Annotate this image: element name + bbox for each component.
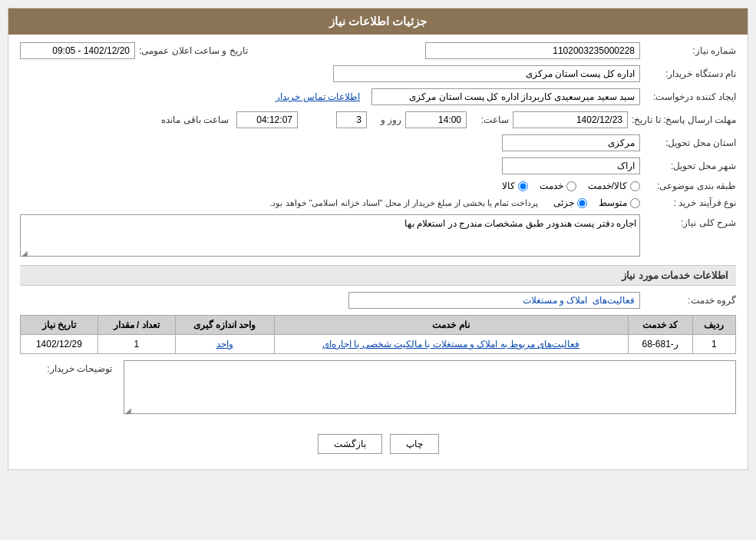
resize-handle: ◢ (21, 249, 28, 257)
row-city: شهر محل تحویل: (20, 157, 736, 174)
deadline-remaining-label: ساعت باقی مانده (161, 114, 229, 125)
back-button[interactable]: بازگشت (318, 434, 382, 454)
page-wrapper: جزئیات اطلاعات نیاز شماره نیاز: تاریخ و … (0, 0, 756, 540)
contact-link[interactable]: اطلاعات تماس خریدار (276, 91, 360, 102)
buttons-row: چاپ بازگشت (20, 422, 736, 462)
category-service-label: خدمت (540, 181, 563, 191)
cell-row-num: 1 (692, 335, 735, 354)
category-service-option: خدمت (540, 181, 576, 191)
category-goods-service-label: کالا/خدمت (588, 181, 627, 191)
province-label: استان محل تحویل: (644, 137, 736, 148)
purchase-partial-label: جزئی (553, 197, 574, 208)
col-header-row: ردیف (692, 316, 735, 335)
col-header-date: تاریخ نیاز (21, 316, 98, 335)
purchase-notice: پرداخت تمام یا بخشی از مبلغ خریدار از مح… (269, 198, 538, 208)
category-goods-option: کالا (502, 181, 528, 191)
date-input[interactable] (20, 42, 135, 59)
category-label: طبقه بندی موضوعی: (644, 181, 736, 191)
creator-input[interactable] (371, 88, 640, 105)
row-purchase-type: نوع فرآیند خرید : متوسط جزئی پرداخت تمام… (20, 197, 736, 208)
deadline-time-label: ساعت: (470, 114, 509, 125)
cell-unit: واحد (175, 335, 274, 354)
page-header: جزئیات اطلاعات نیاز (8, 8, 748, 35)
deadline-label: مهلت ارسال پاسخ: تا تاریخ: (632, 114, 736, 125)
purchase-medium-radio[interactable] (630, 198, 640, 208)
main-card: جزئیات اطلاعات نیاز شماره نیاز: تاریخ و … (8, 8, 748, 470)
row-creator: ایجاد کننده درخواست: اطلاعات تماس خریدار (20, 88, 736, 105)
purchase-type-radio-group: متوسط جزئی (553, 197, 640, 208)
row-service-group: گروه خدمت: (20, 292, 736, 309)
category-goods-radio[interactable] (518, 181, 528, 191)
row-need-number: شماره نیاز: تاریخ و ساعت اعلان عمومی: (20, 42, 736, 59)
cell-code: ر-681-68 (628, 335, 692, 354)
page-title: جزئیات اطلاعات نیاز (329, 15, 427, 28)
purchase-medium-option: متوسط (599, 197, 640, 208)
row-buyer-org: نام دستگاه خریدار: (20, 65, 736, 82)
purchase-partial-radio[interactable] (577, 198, 587, 208)
purchase-partial-option: جزئی (553, 197, 587, 208)
buyer-notes-textarea[interactable] (124, 360, 736, 414)
deadline-time-input[interactable] (405, 111, 467, 128)
category-goods-service-option: کالا/خدمت (588, 181, 640, 191)
category-service-radio[interactable] (566, 181, 576, 191)
deadline-days-input[interactable] (336, 111, 367, 128)
province-input[interactable] (502, 134, 640, 151)
buyer-org-label: نام دستگاه خریدار: (644, 68, 736, 79)
deadline-date-input[interactable] (513, 111, 628, 128)
deadline-remaining-input[interactable] (236, 111, 298, 128)
row-buyer-notes: ◢ توضیحات خریدار: (20, 360, 736, 416)
deadline-days-label: روز و (371, 114, 401, 125)
cell-date: 1402/12/29 (21, 335, 98, 354)
row-category: طبقه بندی موضوعی: کالا/خدمت خدمت کالا (20, 181, 736, 191)
cell-name: فعالیت‌های مربوط به املاک و مستغلات با م… (274, 335, 628, 354)
service-group-label: گروه خدمت: (644, 295, 736, 306)
category-radio-group: کالا/خدمت خدمت کالا (502, 181, 640, 191)
services-table: ردیف کد خدمت نام خدمت واحد اندازه گیری ت… (20, 315, 736, 354)
category-goods-label: کالا (502, 181, 515, 191)
cell-quantity: 1 (97, 335, 175, 354)
city-label: شهر محل تحویل: (644, 161, 736, 171)
buyer-org-input[interactable] (333, 65, 640, 82)
row-need-desc: شرح کلی نیاز: اجاره دفتر پست هندودر طبق … (20, 214, 736, 259)
buyer-notes-label: توضیحات خریدار: (20, 360, 112, 374)
col-header-name: نام خدمت (274, 316, 628, 335)
buyer-notes-wrapper: ◢ (124, 360, 736, 416)
content-area: شماره نیاز: تاریخ و ساعت اعلان عمومی: نا… (8, 35, 748, 469)
print-button[interactable]: چاپ (390, 434, 439, 454)
need-number-input[interactable] (425, 42, 640, 59)
table-row: 1 ر-681-68 فعالیت‌های مربوط به املاک و م… (21, 335, 736, 354)
service-group-input[interactable] (348, 292, 640, 309)
need-desc-wrapper: اجاره دفتر پست هندودر طبق مشخصات مندرج د… (20, 214, 640, 259)
resize-handle-2: ◢ (125, 406, 131, 415)
city-input[interactable] (502, 157, 640, 174)
purchase-type-label: نوع فرآیند خرید : (644, 197, 736, 208)
col-header-code: کد خدمت (628, 316, 692, 335)
purchase-medium-label: متوسط (599, 197, 627, 208)
category-goods-service-radio[interactable] (630, 181, 640, 191)
creator-label: ایجاد کننده درخواست: (644, 91, 736, 102)
row-deadline: مهلت ارسال پاسخ: تا تاریخ: ساعت: روز و س… (20, 111, 736, 128)
need-desc-textarea[interactable]: اجاره دفتر پست هندودر طبق مشخصات مندرج د… (20, 214, 640, 257)
col-header-unit: واحد اندازه گیری (175, 316, 274, 335)
row-province: استان محل تحویل: (20, 134, 736, 151)
need-number-label: شماره نیاز: (644, 45, 736, 56)
date-label: تاریخ و ساعت اعلان عمومی: (139, 45, 248, 56)
services-section-title: اطلاعات خدمات مورد نیاز (20, 265, 736, 286)
need-desc-label: شرح کلی نیاز: (644, 214, 736, 228)
col-header-quantity: تعداد / مقدار (97, 316, 175, 335)
